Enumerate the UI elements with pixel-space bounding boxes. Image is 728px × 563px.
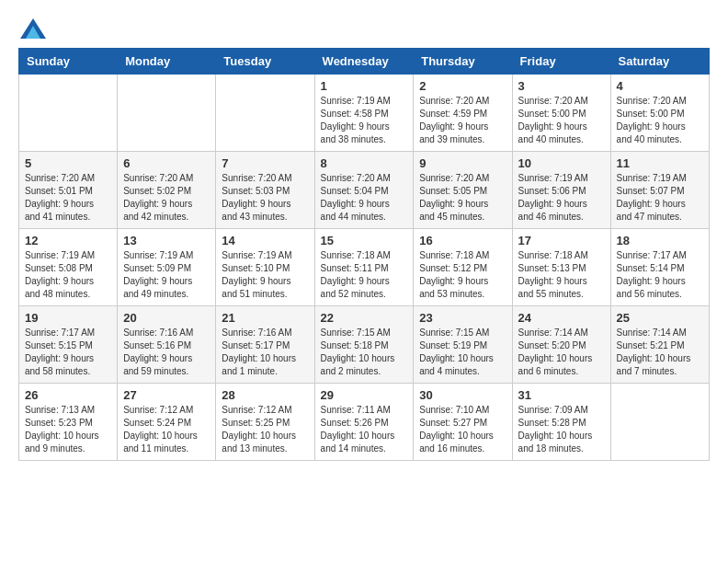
calendar-week-3: 12Sunrise: 7:19 AM Sunset: 5:08 PM Dayli… <box>19 229 710 306</box>
day-header-sunday: Sunday <box>19 49 118 75</box>
day-number: 26 <box>25 388 111 402</box>
day-info: Sunrise: 7:20 AM Sunset: 5:01 PM Dayligh… <box>25 172 111 224</box>
day-info: Sunrise: 7:15 AM Sunset: 5:19 PM Dayligh… <box>419 327 506 378</box>
day-info: Sunrise: 7:15 AM Sunset: 5:18 PM Dayligh… <box>321 327 408 378</box>
calendar-cell: 4Sunrise: 7:20 AM Sunset: 5:00 PM Daylig… <box>610 75 709 152</box>
day-number: 28 <box>222 388 308 402</box>
day-number: 30 <box>419 388 506 402</box>
day-info: Sunrise: 7:14 AM Sunset: 5:20 PM Dayligh… <box>518 327 605 378</box>
day-number: 3 <box>518 79 605 93</box>
day-info: Sunrise: 7:19 AM Sunset: 5:10 PM Dayligh… <box>222 249 308 301</box>
day-header-saturday: Saturday <box>610 49 709 75</box>
calendar-cell <box>610 384 709 461</box>
day-number: 31 <box>518 388 605 402</box>
day-number: 17 <box>518 234 605 247</box>
calendar-cell: 1Sunrise: 7:19 AM Sunset: 4:58 PM Daylig… <box>314 75 414 152</box>
day-header-monday: Monday <box>118 49 216 75</box>
day-info: Sunrise: 7:19 AM Sunset: 5:08 PM Dayligh… <box>25 249 111 301</box>
calendar-cell: 21Sunrise: 7:16 AM Sunset: 5:17 PM Dayli… <box>216 306 314 384</box>
day-info: Sunrise: 7:20 AM Sunset: 5:02 PM Dayligh… <box>123 172 210 224</box>
calendar-cell: 29Sunrise: 7:11 AM Sunset: 5:26 PM Dayli… <box>314 384 414 461</box>
calendar-cell: 26Sunrise: 7:13 AM Sunset: 5:23 PM Dayli… <box>19 384 118 461</box>
day-info: Sunrise: 7:20 AM Sunset: 5:00 PM Dayligh… <box>518 95 605 146</box>
day-number: 1 <box>321 79 408 93</box>
day-number: 23 <box>419 311 506 325</box>
calendar-cell: 28Sunrise: 7:12 AM Sunset: 5:25 PM Dayli… <box>216 384 314 461</box>
day-number: 24 <box>518 311 605 325</box>
calendar-cell: 3Sunrise: 7:20 AM Sunset: 5:00 PM Daylig… <box>512 75 610 152</box>
day-number: 13 <box>123 234 210 247</box>
day-info: Sunrise: 7:18 AM Sunset: 5:12 PM Dayligh… <box>419 249 506 301</box>
calendar-cell: 19Sunrise: 7:17 AM Sunset: 5:15 PM Dayli… <box>19 306 118 384</box>
calendar-cell: 30Sunrise: 7:10 AM Sunset: 5:27 PM Dayli… <box>414 384 512 461</box>
calendar-cell: 2Sunrise: 7:20 AM Sunset: 4:59 PM Daylig… <box>414 75 512 152</box>
calendar-cell: 17Sunrise: 7:18 AM Sunset: 5:13 PM Dayli… <box>512 229 610 306</box>
day-info: Sunrise: 7:19 AM Sunset: 4:58 PM Dayligh… <box>321 95 408 146</box>
day-header-tuesday: Tuesday <box>216 49 314 75</box>
logo <box>18 18 46 39</box>
day-number: 2 <box>419 79 506 93</box>
day-info: Sunrise: 7:18 AM Sunset: 5:11 PM Dayligh… <box>321 249 408 301</box>
calendar-cell: 11Sunrise: 7:19 AM Sunset: 5:07 PM Dayli… <box>610 152 709 229</box>
calendar-cell: 23Sunrise: 7:15 AM Sunset: 5:19 PM Dayli… <box>414 306 512 384</box>
day-info: Sunrise: 7:14 AM Sunset: 5:21 PM Dayligh… <box>617 327 703 378</box>
day-number: 8 <box>321 156 408 170</box>
day-number: 22 <box>321 311 408 325</box>
calendar-cell: 14Sunrise: 7:19 AM Sunset: 5:10 PM Dayli… <box>216 229 314 306</box>
calendar-cell: 25Sunrise: 7:14 AM Sunset: 5:21 PM Dayli… <box>610 306 709 384</box>
calendar-week-4: 19Sunrise: 7:17 AM Sunset: 5:15 PM Dayli… <box>19 306 710 384</box>
day-info: Sunrise: 7:10 AM Sunset: 5:27 PM Dayligh… <box>419 404 506 455</box>
day-number: 18 <box>617 234 703 247</box>
calendar-cell: 31Sunrise: 7:09 AM Sunset: 5:28 PM Dayli… <box>512 384 610 461</box>
day-info: Sunrise: 7:20 AM Sunset: 5:03 PM Dayligh… <box>222 172 308 224</box>
calendar-cell <box>118 75 216 152</box>
calendar-cell: 13Sunrise: 7:19 AM Sunset: 5:09 PM Dayli… <box>118 229 216 306</box>
day-number: 19 <box>25 311 111 325</box>
day-info: Sunrise: 7:13 AM Sunset: 5:23 PM Dayligh… <box>25 404 111 455</box>
page-header <box>18 18 710 39</box>
calendar-cell: 9Sunrise: 7:20 AM Sunset: 5:05 PM Daylig… <box>414 152 512 229</box>
calendar-cell: 24Sunrise: 7:14 AM Sunset: 5:20 PM Dayli… <box>512 306 610 384</box>
day-info: Sunrise: 7:20 AM Sunset: 4:59 PM Dayligh… <box>419 95 506 146</box>
day-info: Sunrise: 7:12 AM Sunset: 5:24 PM Dayligh… <box>123 404 210 455</box>
day-info: Sunrise: 7:17 AM Sunset: 5:15 PM Dayligh… <box>25 327 111 378</box>
day-number: 27 <box>123 388 210 402</box>
day-info: Sunrise: 7:12 AM Sunset: 5:25 PM Dayligh… <box>222 404 308 455</box>
calendar-cell: 15Sunrise: 7:18 AM Sunset: 5:11 PM Dayli… <box>314 229 414 306</box>
calendar-cell: 16Sunrise: 7:18 AM Sunset: 5:12 PM Dayli… <box>414 229 512 306</box>
calendar-cell: 10Sunrise: 7:19 AM Sunset: 5:06 PM Dayli… <box>512 152 610 229</box>
day-info: Sunrise: 7:20 AM Sunset: 5:04 PM Dayligh… <box>321 172 408 224</box>
day-number: 10 <box>518 156 605 170</box>
day-number: 7 <box>222 156 308 170</box>
calendar-week-5: 26Sunrise: 7:13 AM Sunset: 5:23 PM Dayli… <box>19 384 710 461</box>
calendar-cell: 12Sunrise: 7:19 AM Sunset: 5:08 PM Dayli… <box>19 229 118 306</box>
calendar-table: SundayMondayTuesdayWednesdayThursdayFrid… <box>18 48 710 461</box>
day-info: Sunrise: 7:19 AM Sunset: 5:09 PM Dayligh… <box>123 249 210 301</box>
calendar-week-1: 1Sunrise: 7:19 AM Sunset: 4:58 PM Daylig… <box>19 75 710 152</box>
day-info: Sunrise: 7:19 AM Sunset: 5:07 PM Dayligh… <box>617 172 703 224</box>
day-info: Sunrise: 7:09 AM Sunset: 5:28 PM Dayligh… <box>518 404 605 455</box>
day-info: Sunrise: 7:20 AM Sunset: 5:05 PM Dayligh… <box>419 172 506 224</box>
calendar-cell: 20Sunrise: 7:16 AM Sunset: 5:16 PM Dayli… <box>118 306 216 384</box>
day-number: 14 <box>222 234 308 247</box>
calendar-cell <box>19 75 118 152</box>
day-number: 5 <box>25 156 111 170</box>
day-number: 16 <box>419 234 506 247</box>
day-number: 20 <box>123 311 210 325</box>
day-number: 4 <box>617 79 703 93</box>
calendar-cell <box>216 75 314 152</box>
day-info: Sunrise: 7:18 AM Sunset: 5:13 PM Dayligh… <box>518 249 605 301</box>
calendar-cell: 18Sunrise: 7:17 AM Sunset: 5:14 PM Dayli… <box>610 229 709 306</box>
day-number: 25 <box>617 311 703 325</box>
calendar-week-2: 5Sunrise: 7:20 AM Sunset: 5:01 PM Daylig… <box>19 152 710 229</box>
day-info: Sunrise: 7:19 AM Sunset: 5:06 PM Dayligh… <box>518 172 605 224</box>
day-info: Sunrise: 7:16 AM Sunset: 5:16 PM Dayligh… <box>123 327 210 378</box>
day-number: 21 <box>222 311 308 325</box>
calendar-cell: 6Sunrise: 7:20 AM Sunset: 5:02 PM Daylig… <box>118 152 216 229</box>
calendar-header-row: SundayMondayTuesdayWednesdayThursdayFrid… <box>19 49 710 75</box>
day-number: 29 <box>321 388 408 402</box>
calendar-cell: 5Sunrise: 7:20 AM Sunset: 5:01 PM Daylig… <box>19 152 118 229</box>
day-info: Sunrise: 7:11 AM Sunset: 5:26 PM Dayligh… <box>321 404 408 455</box>
day-header-wednesday: Wednesday <box>314 49 414 75</box>
day-number: 15 <box>321 234 408 247</box>
